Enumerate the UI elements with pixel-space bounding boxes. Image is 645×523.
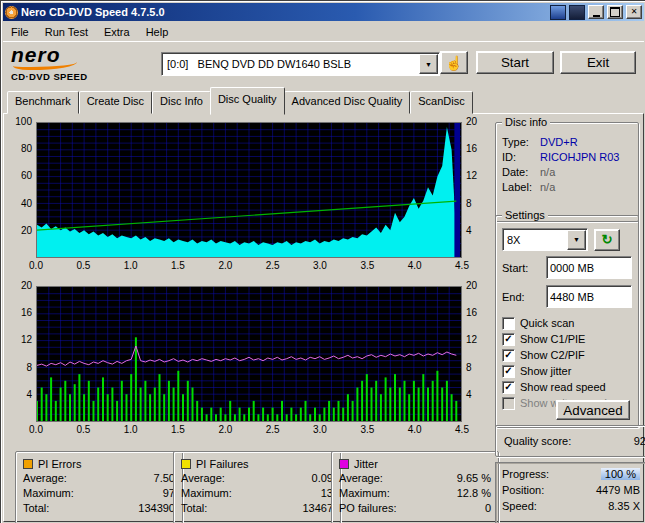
quality-score-value: 92	[634, 435, 645, 447]
stat-row-label: Average:	[23, 471, 67, 486]
disc-info-row-label: Label: n/a	[496, 180, 638, 195]
pi-failures-bars	[305, 401, 307, 421]
axis-tick: 1.0	[124, 260, 138, 271]
stat-box: Jitter Average:9.65 %Maximum:12.8 %PO fa…	[331, 451, 499, 523]
disc-label-value: n/a	[540, 180, 555, 195]
axis-tick: 4	[466, 390, 472, 400]
axis-tick: 2.5	[266, 424, 280, 435]
axis-tick: 3.0	[313, 424, 327, 435]
menu-help[interactable]: Help	[138, 24, 177, 40]
refresh-button[interactable]: ↻	[594, 229, 620, 251]
pi-failures-bars	[37, 401, 38, 421]
axis-tick: 4	[26, 390, 32, 400]
tab-create-disc[interactable]: Create Disc	[79, 91, 152, 114]
pi-failures-bars	[262, 408, 264, 421]
pi-failures-bars	[267, 414, 269, 421]
pi-failures-bars	[436, 371, 438, 421]
checkbox-label: Show read speed	[520, 381, 606, 393]
titlebar-extra-icon-2[interactable]	[569, 5, 585, 20]
titlebar-extra-icon-1[interactable]	[550, 5, 566, 20]
close-button[interactable]: ✕	[626, 5, 642, 19]
checkbox-box[interactable]: ✓	[502, 381, 515, 394]
dropdown-arrow-icon[interactable]: ▼	[419, 54, 438, 74]
pi-failures-bars	[126, 394, 128, 421]
checkbox-show-jitter[interactable]: ✓Show jitter	[502, 363, 632, 379]
stat-row: Average:0.09	[181, 471, 333, 486]
checkbox-box[interactable]: ✓	[502, 349, 515, 362]
axis-tick: 1.0	[124, 424, 138, 435]
menubar: File Run Test Extra Help	[3, 22, 644, 42]
advanced-button[interactable]: Advanced	[556, 400, 630, 420]
pi-failures-bars	[210, 408, 212, 421]
stat-row-value: 7.50	[154, 471, 175, 486]
checkbox-box[interactable]: ✓	[502, 333, 515, 346]
pi-failures-bars	[356, 388, 358, 422]
menu-run-test[interactable]: Run Test	[37, 24, 96, 40]
pi-failures-bars	[41, 388, 43, 422]
checkbox-box[interactable]	[502, 317, 515, 330]
speed-select[interactable]: 8X ▼	[502, 228, 588, 251]
end-field-label: End:	[502, 291, 546, 303]
app-window: Nero CD-DVD Speed 4.7.5.0 ✕ File Run Tes…	[0, 0, 645, 523]
pi-failures-bars	[328, 401, 330, 421]
checkbox-box[interactable]: ✓	[502, 365, 515, 378]
tab-advanced-disc-quality[interactable]: Advanced Disc Quality	[284, 91, 411, 114]
pi-failures-bars	[154, 388, 156, 422]
checkbox-show-read-speed[interactable]: ✓Show read speed	[502, 379, 632, 395]
pi-failures-bars	[187, 381, 189, 421]
pi-failures-bars	[60, 388, 62, 422]
axis-tick: 12	[21, 335, 32, 345]
drive-select[interactable]: [0:0] BENQ DVD DD DW1640 BSLB ▼	[161, 52, 440, 76]
stat-rows: Average:7.50Maximum:97Total:134390	[23, 471, 175, 516]
position-label: Position:	[502, 484, 544, 496]
pi-failures-bars	[130, 374, 132, 421]
tab-scandisc[interactable]: ScanDisc	[410, 91, 472, 114]
pi-failures-bars	[399, 388, 401, 422]
pi-failures-bars	[375, 381, 377, 421]
menu-extra[interactable]: Extra	[96, 24, 138, 40]
speed-row-info: Speed: 8.35 X	[500, 498, 642, 514]
tab-benchmark[interactable]: Benchmark	[7, 91, 79, 114]
pi-failures-bars	[239, 408, 241, 421]
stat-title: Jitter	[354, 458, 378, 470]
jitter-line	[37, 346, 456, 366]
stat-row-value: 0	[485, 501, 491, 516]
axis-tick: 12	[466, 171, 477, 181]
quality-score-label: Quality score:	[504, 435, 571, 447]
end-field[interactable]	[546, 285, 632, 308]
pi-failures-bars	[107, 394, 109, 421]
settings-title: Settings	[502, 209, 548, 221]
checkbox-quick-scan[interactable]: Quick scan	[502, 315, 632, 331]
maximize-button[interactable]	[607, 5, 623, 19]
pi-failures-bars	[159, 374, 161, 421]
disc-date-value: n/a	[540, 165, 555, 180]
stat-color-swatch	[23, 459, 33, 469]
stat-row-label: Average:	[339, 471, 383, 486]
start-field[interactable]	[546, 256, 632, 279]
tab-strip: Benchmark Create Disc Disc Info Disc Qua…	[7, 93, 473, 114]
tab-disc-quality[interactable]: Disc Quality	[210, 87, 285, 115]
axis-tick: 2.0	[218, 260, 232, 271]
exit-button[interactable]: Exit	[560, 51, 636, 74]
menu-file[interactable]: File	[3, 24, 37, 40]
pi-failures-bars	[248, 408, 250, 421]
checkbox-show-c2-pif[interactable]: ✓Show C2/PIF	[502, 347, 632, 363]
stat-head: Jitter	[339, 457, 491, 471]
settings-group: Settings 8X ▼ ↻ Start: End: Quick scan✓S…	[495, 215, 639, 428]
hand-tool-button[interactable]: ☝	[440, 51, 468, 74]
stat-color-swatch	[339, 459, 349, 469]
stat-row: PO failures:0	[339, 501, 491, 516]
minimize-button[interactable]	[588, 5, 604, 19]
pi-failures-bars	[140, 388, 142, 422]
pi-failures-bars	[281, 401, 283, 421]
speed-label: Speed:	[502, 500, 537, 512]
tab-disc-info[interactable]: Disc Info	[152, 91, 211, 114]
pi-failures-bars	[149, 394, 151, 421]
dropdown-arrow-icon[interactable]: ▼	[567, 230, 586, 250]
pi-failures-bars	[243, 414, 245, 421]
pi-failures-bars	[121, 381, 123, 421]
pie-chart-right-axis: 20161284	[462, 122, 487, 258]
disc-info-row-id: ID: RICOHJPN R03	[496, 150, 638, 165]
checkbox-show-c1-pie[interactable]: ✓Show C1/PIE	[502, 331, 632, 347]
start-button[interactable]: Start	[476, 51, 554, 74]
